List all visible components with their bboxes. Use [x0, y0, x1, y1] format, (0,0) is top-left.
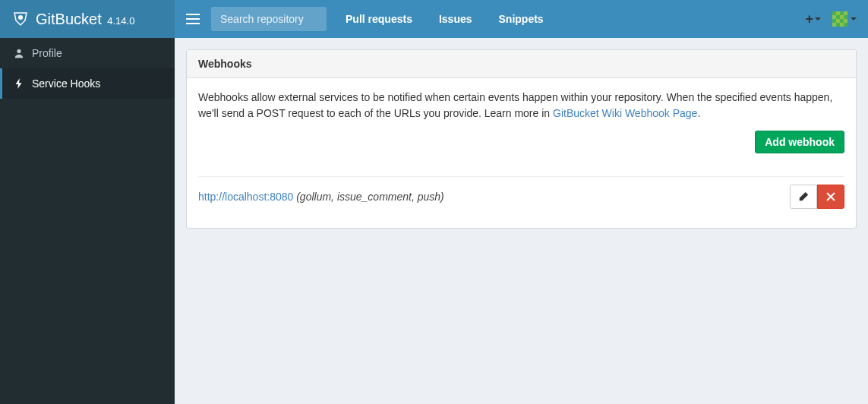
user-icon: [14, 48, 24, 58]
brand-name: GitBucket: [36, 11, 102, 27]
webhook-row: http://localhost:8080 (gollum, issue_com…: [198, 177, 844, 216]
nav-issues[interactable]: Issues: [431, 13, 480, 25]
nav-pull-requests[interactable]: Pull requests: [338, 13, 420, 25]
bolt-icon: [14, 78, 24, 89]
sidebar: Profile Service Hooks: [0, 38, 175, 404]
avatar: [832, 11, 847, 27]
caret-down-icon: [851, 17, 857, 21]
brand[interactable]: GitBucket 4.14.0: [0, 0, 175, 38]
description-text: Webhooks allow external services to be n…: [198, 91, 832, 119]
webhook-url-link[interactable]: http://localhost:8080: [198, 191, 293, 203]
sidebar-item-profile[interactable]: Profile: [0, 38, 175, 68]
close-icon: [826, 192, 835, 201]
svg-point-1: [17, 49, 21, 53]
panel-description: Webhooks allow external services to be n…: [198, 90, 844, 122]
webhooks-panel: Webhooks Webhooks allow external service…: [186, 49, 857, 229]
user-menu-dropdown[interactable]: [832, 11, 857, 27]
delete-webhook-button[interactable]: [817, 185, 844, 209]
panel-title: Webhooks: [187, 50, 856, 78]
sidebar-item-service-hooks[interactable]: Service Hooks: [0, 68, 175, 99]
nav-snippets[interactable]: Snippets: [491, 13, 551, 25]
caret-down-icon: [815, 17, 821, 21]
edit-webhook-button[interactable]: [790, 185, 817, 209]
description-text-end: .: [697, 107, 700, 119]
gitbucket-logo-icon: [11, 10, 30, 28]
sidebar-item-label: Profile: [32, 47, 62, 59]
svg-point-0: [18, 15, 23, 20]
brand-version: 4.14.0: [107, 15, 134, 27]
search-input[interactable]: [211, 7, 327, 31]
sidebar-item-label: Service Hooks: [32, 77, 100, 90]
pencil-icon: [798, 191, 809, 202]
add-webhook-button[interactable]: Add webhook: [755, 131, 844, 153]
create-new-dropdown[interactable]: +: [805, 11, 821, 27]
wiki-link[interactable]: GitBucket Wiki Webhook Page: [553, 107, 697, 119]
webhook-events: (gollum, issue_comment, push): [293, 191, 443, 203]
sidebar-toggle-icon[interactable]: [186, 14, 200, 24]
plus-icon: +: [805, 11, 813, 27]
